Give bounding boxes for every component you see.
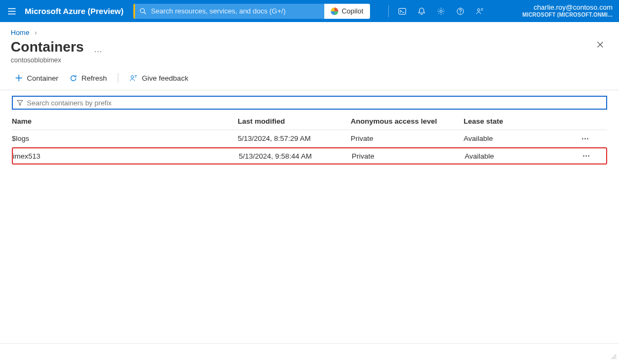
help-icon — [456, 7, 465, 16]
svg-point-0 — [140, 8, 144, 12]
bell-icon — [417, 7, 426, 16]
cell-access: Private — [351, 134, 464, 142]
cloud-shell-icon — [398, 7, 407, 16]
cloud-shell-button[interactable] — [393, 2, 411, 20]
settings-button[interactable] — [432, 2, 450, 20]
row-context-button[interactable]: ⋯ — [582, 152, 594, 160]
cell-lease: Available — [464, 134, 560, 142]
page-title: Containers — [11, 39, 84, 55]
svg-point-6 — [131, 76, 133, 78]
gear-icon — [437, 7, 445, 16]
chevron-right-icon: › — [34, 28, 37, 37]
add-container-label: Container — [27, 74, 59, 82]
filter-box[interactable] — [12, 96, 607, 110]
close-icon — [596, 41, 604, 48]
breadcrumb-home[interactable]: Home — [11, 28, 30, 37]
close-blade-button[interactable] — [596, 41, 604, 51]
global-search[interactable]: Copilot — [133, 4, 370, 19]
cell-last-modified: 5/13/2024, 8:57:29 AM — [238, 134, 351, 142]
menu-toggle-button[interactable] — [3, 3, 20, 20]
topbar-icon-group — [385, 2, 489, 20]
azure-topbar: Microsoft Azure (Preview) Copilot charli… — [0, 0, 619, 22]
feedback-icon — [129, 74, 138, 82]
account-block[interactable]: charlie.roy@contoso.com MICROSOFT (MICRO… — [514, 4, 613, 18]
plus-icon — [15, 74, 23, 82]
table-row[interactable]: imex5135/13/2024, 9:58:44 AMPrivateAvail… — [12, 147, 607, 165]
resize-handle[interactable] — [610, 352, 617, 362]
breadcrumb: Home › — [0, 22, 619, 39]
command-separator — [118, 73, 118, 83]
row-context-button[interactable]: ⋯ — [581, 134, 593, 143]
feedback-person-icon — [475, 7, 484, 16]
command-bar: Container Refresh Give feedback — [0, 68, 619, 90]
svg-point-4 — [460, 12, 460, 13]
cell-last-modified: 5/13/2024, 9:58:44 AM — [239, 152, 352, 160]
cell-name: imex513 — [13, 152, 239, 160]
col-name[interactable]: Name — [12, 117, 238, 125]
add-container-button[interactable]: Container — [11, 72, 63, 84]
svg-point-5 — [477, 9, 480, 11]
account-email: charlie.roy@contoso.com — [522, 4, 613, 12]
copilot-icon — [331, 8, 338, 15]
copilot-label: Copilot — [341, 7, 363, 15]
filter-row — [0, 90, 619, 113]
give-feedback-button[interactable]: Give feedback — [125, 72, 193, 84]
topbar-separator — [388, 5, 389, 17]
help-button[interactable] — [451, 2, 469, 20]
notifications-button[interactable] — [412, 2, 431, 20]
refresh-button[interactable]: Refresh — [65, 72, 111, 84]
table-header: Name Last modified Anonymous access leve… — [12, 113, 607, 130]
table-row[interactable]: $logs5/13/2024, 8:57:29 AMPrivateAvailab… — [12, 130, 607, 147]
copilot-button[interactable]: Copilot — [324, 4, 369, 19]
cell-lease: Available — [465, 152, 561, 160]
refresh-label: Refresh — [82, 74, 107, 82]
col-last-modified[interactable]: Last modified — [238, 117, 351, 125]
page-subtitle: contosoblobimex — [0, 56, 619, 68]
filter-input[interactable] — [27, 99, 603, 107]
col-access[interactable]: Anonymous access level — [351, 117, 464, 125]
col-lease[interactable]: Lease state — [464, 117, 560, 125]
hamburger-icon — [8, 7, 16, 16]
containers-table: Name Last modified Anonymous access leve… — [0, 113, 619, 165]
svg-rect-1 — [399, 8, 405, 14]
svg-point-2 — [439, 10, 442, 12]
page-more-button[interactable]: … — [94, 45, 103, 54]
give-feedback-label: Give feedback — [142, 74, 188, 82]
refresh-icon — [69, 74, 77, 82]
global-search-input[interactable] — [151, 4, 325, 19]
feedback-button[interactable] — [471, 2, 489, 20]
bottom-divider — [0, 343, 619, 344]
resize-icon — [610, 353, 617, 360]
cell-access: Private — [352, 152, 465, 160]
page-header: Containers … — [0, 39, 619, 56]
filter-icon — [16, 99, 24, 106]
brand-label[interactable]: Microsoft Azure (Preview) — [25, 6, 124, 16]
account-org: MICROSOFT (MICROSOFT.ONMI... — [522, 12, 613, 18]
search-icon — [139, 8, 147, 15]
table-body: $logs5/13/2024, 8:57:29 AMPrivateAvailab… — [12, 130, 607, 165]
cell-name: $logs — [12, 134, 238, 142]
